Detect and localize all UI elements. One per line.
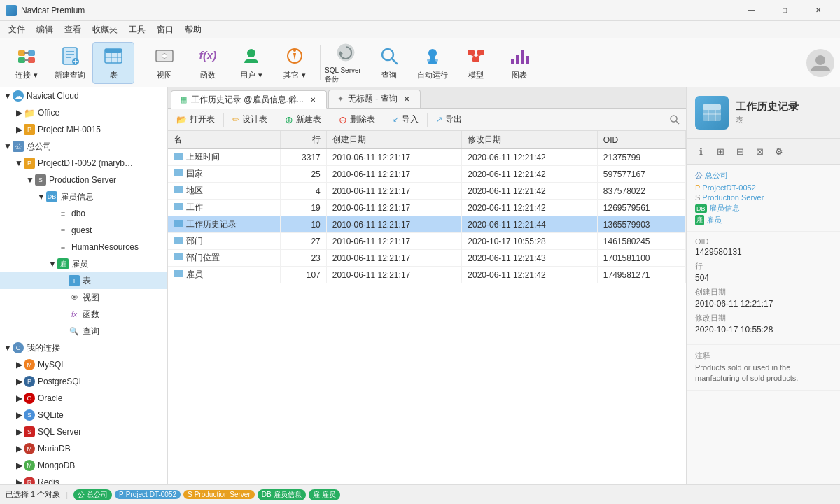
table-row[interactable]: 国家252010-06-11 12:21:172020-06-11 12:21:… — [168, 166, 686, 183]
new-table-btn[interactable]: ⊕ 新建表 — [279, 111, 327, 129]
user-avatar[interactable] — [806, 49, 834, 77]
table-row[interactable]: 雇员1072010-06-11 12:21:172020-06-11 12:21… — [168, 267, 686, 284]
close-button[interactable]: ✕ — [802, 0, 834, 21]
table-row[interactable]: 部门位置232010-06-11 12:21:172020-06-11 12:2… — [168, 250, 686, 267]
rp-rows-value: 504 — [695, 273, 832, 283]
expand-arrow: ▶ — [14, 377, 24, 386]
content-area: ▦ 工作历史记录 @雇员信息.僻... ✕ ✦ 无标题 - 查询 ✕ 📂 打开表… — [168, 88, 686, 484]
content-toolbar: 📂 打开表 ✏ 设计表 ⊕ 新建表 ⊖ 删除表 ↙ 导入 — [168, 108, 686, 131]
toolbar-view[interactable]: 视图 — [144, 42, 186, 84]
cell-modified: 2020-06-11 12:21:44 — [462, 216, 598, 233]
model-label: 模型 — [468, 70, 484, 80]
cloud-icon: ☁ — [13, 90, 24, 102]
sidebar-item-query-node[interactable]: ▶ 🔍 查询 — [0, 323, 167, 340]
sidebar-item-navicat-cloud[interactable]: ▼ ☁ Navicat Cloud — [0, 88, 167, 104]
production-server-label: Production Server — [49, 175, 116, 185]
sidebar-item-project-dt[interactable]: ▼ P ProjectDT-0052 (marybrown@... — [0, 155, 167, 172]
search-box[interactable] — [666, 111, 683, 128]
sidebar-item-table-node[interactable]: ▶ T 表 — [0, 272, 167, 289]
col-oid[interactable]: OID — [597, 131, 685, 149]
menu-window[interactable]: 窗口 — [151, 21, 179, 38]
query-folder-icon: 🔍 — [69, 326, 80, 337]
sidebar-item-office[interactable]: ▶ 📁 Office — [0, 104, 167, 121]
cell-rows: 25 — [280, 166, 326, 183]
open-table-btn[interactable]: 📂 打开表 — [171, 111, 220, 129]
sidebar-item-mongodb[interactable]: ▶ M MongoDB — [0, 457, 167, 474]
toolbar-model[interactable]: 模型 — [455, 42, 497, 84]
delete-table-btn[interactable]: ⊖ 删除表 — [333, 111, 381, 129]
toolbar-user[interactable]: 用户 ▾ — [230, 42, 272, 84]
sidebar-item-mariadb[interactable]: ▶ M MariaDB — [0, 440, 167, 457]
cell-modified: 2020-06-11 12:21:42 — [462, 267, 598, 284]
import-btn[interactable]: ↙ 导入 — [387, 111, 424, 129]
col-modified[interactable]: 修改日期 — [462, 131, 598, 149]
sidebar-item-company[interactable]: ▼ 公 总公司 — [0, 138, 167, 155]
maximize-button[interactable]: □ — [769, 0, 801, 21]
toolbar-new-query[interactable]: 新建查询 — [49, 42, 91, 84]
col-name[interactable]: 名 — [168, 131, 280, 149]
func-label: 函数 — [200, 70, 216, 80]
rp-comment-section: 注释 Products sold or used in the manfactu… — [687, 345, 840, 391]
sidebar-item-mysql[interactable]: ▶ M MySQL — [0, 356, 167, 373]
toolbar-connect[interactable]: 连接 ▾ — [6, 42, 48, 84]
svg-point-30 — [427, 59, 430, 62]
toolbar-query2[interactable]: 查询 — [368, 42, 410, 84]
rp-settings-btn[interactable]: ⚙ — [771, 143, 788, 160]
design-table-btn[interactable]: ✏ 设计表 — [227, 111, 273, 129]
sidebar-item-oracle[interactable]: ▶ O Oracle — [0, 390, 167, 407]
sidebar-item-view-node[interactable]: ▶ 👁 视图 — [0, 289, 167, 306]
cell-modified: 2020-06-11 12:21:43 — [462, 250, 598, 267]
table-row[interactable]: 工作192010-06-11 12:21:172020-06-11 12:21:… — [168, 200, 686, 216]
menu-file[interactable]: 文件 — [3, 21, 31, 38]
svg-point-42 — [671, 115, 677, 122]
sidebar-item-pg[interactable]: ▶ P PostgreSQL — [0, 373, 167, 390]
tab-close-employee[interactable]: ✕ — [308, 94, 318, 104]
toolbar-other[interactable]: 其它 ▾ — [274, 42, 316, 84]
table-row[interactable]: 上班时间33172010-06-11 12:21:172020-06-11 12… — [168, 149, 686, 166]
toolbar-chart[interactable]: 图表 — [498, 42, 540, 84]
office-label: Office — [38, 108, 59, 118]
sidebar-item-production-server[interactable]: ▼ S Production Server — [0, 172, 167, 188]
toolbar-table[interactable]: 表 — [92, 42, 134, 84]
sidebar-item-dbo[interactable]: ▶ ≡ dbo — [0, 205, 167, 222]
table-row[interactable]: 地区42010-06-11 12:21:172020-06-11 12:21:4… — [168, 183, 686, 200]
table-row[interactable]: 部门272010-06-11 12:21:172020-10-17 10:55:… — [168, 233, 686, 250]
sidebar-item-sqlite[interactable]: ▶ S SQLite — [0, 407, 167, 424]
sidebar-item-employee-info[interactable]: ▼ DB 雇员信息 — [0, 188, 167, 205]
toolbar-func[interactable]: f(x) 函数 — [187, 42, 229, 84]
minimize-button[interactable]: — — [735, 0, 767, 21]
tab-employee[interactable]: ▦ 工作历史记录 @雇员信息.僻... ✕ — [171, 90, 327, 108]
sidebar-item-hr[interactable]: ▶ ≡ HumanResources — [0, 239, 167, 255]
rp-info-btn[interactable]: ℹ — [692, 143, 709, 160]
rp-preview2-btn[interactable]: ⊠ — [751, 143, 768, 160]
col-rows[interactable]: 行 — [280, 131, 326, 149]
data-table: 名 行 创建日期 修改日期 OID 上班时间33172010-06-11 12:… — [168, 131, 686, 284]
col-created[interactable]: 创建日期 — [326, 131, 462, 149]
toolbar-auto-run[interactable]: 自动运行 — [412, 42, 454, 84]
menu-edit[interactable]: 编辑 — [31, 21, 59, 38]
rp-preview-btn[interactable]: ⊟ — [732, 143, 748, 160]
sidebar-item-func-node[interactable]: ▶ fx 函数 — [0, 306, 167, 323]
toolbar-sql-backup[interactable]: SQL Server 备份 — [325, 42, 367, 84]
tab-query[interactable]: ✦ 无标题 - 查询 ✕ — [328, 90, 421, 108]
cell-name: 工作历史记录 — [168, 216, 280, 233]
rp-oid-section: OID 1429580131 行 504 创建日期 2010-06-11 12:… — [687, 232, 840, 345]
cell-modified: 2020-06-11 12:21:42 — [462, 166, 598, 183]
status-tags: 公 总公司 P Project DT-0052 S Production Ser… — [74, 489, 340, 500]
sidebar-item-guest[interactable]: ▶ ≡ guest — [0, 222, 167, 239]
rp-ddl-btn[interactable]: ⊞ — [712, 143, 729, 160]
status-tag-project: P Project DT-0052 — [115, 490, 181, 499]
sidebar-item-sqlserver[interactable]: ▶ S SQL Server — [0, 424, 167, 440]
sidebar-item-project-mh[interactable]: ▶ P Project MH-0015 — [0, 121, 167, 138]
sidebar-item-employee-schema[interactable]: ▼ 雇 雇员 — [0, 255, 167, 272]
menu-view[interactable]: 查看 — [59, 21, 87, 38]
delete-table-icon: ⊖ — [339, 114, 347, 125]
sidebar-item-my-connections[interactable]: ▼ C 我的连接 — [0, 340, 167, 356]
table-row[interactable]: 工作历史记录102010-06-11 12:21:172020-06-11 12… — [168, 216, 686, 233]
menu-favorites[interactable]: 收藏夹 — [87, 21, 123, 38]
export-btn[interactable]: ↗ 导出 — [430, 111, 468, 129]
sidebar-item-redis[interactable]: ▶ R Redis — [0, 474, 167, 484]
menu-tools[interactable]: 工具 — [123, 21, 151, 38]
tab-close-query[interactable]: ✕ — [402, 94, 412, 104]
menu-help[interactable]: 帮助 — [179, 21, 207, 38]
